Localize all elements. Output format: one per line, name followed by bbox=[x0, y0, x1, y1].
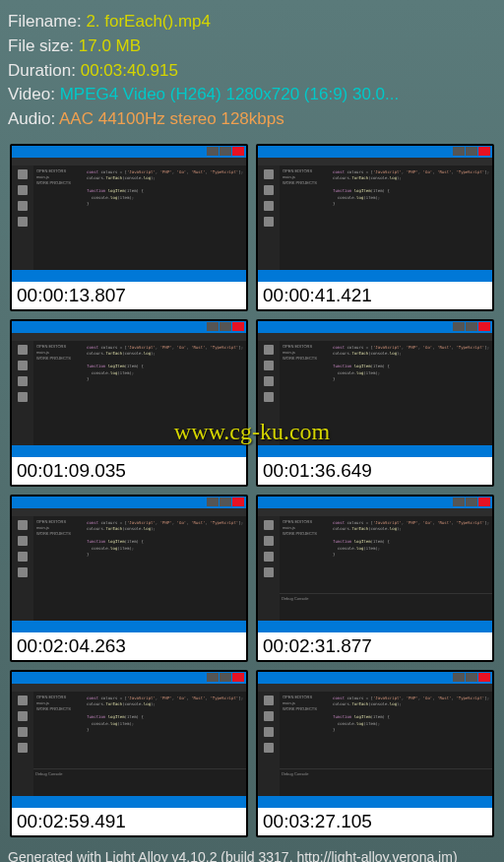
minimize-button[interactable] bbox=[207, 497, 219, 506]
close-button[interactable] bbox=[478, 322, 490, 331]
thumbnail-cell[interactable]: OPEN EDITORSmain.jsWORK PROJECTS const c… bbox=[256, 495, 494, 662]
status-bar[interactable] bbox=[12, 621, 246, 632]
close-button[interactable] bbox=[232, 322, 244, 331]
activity-bar[interactable] bbox=[258, 516, 280, 621]
explorer-icon[interactable] bbox=[264, 520, 274, 530]
menubar[interactable] bbox=[258, 508, 492, 516]
explorer-icon[interactable] bbox=[18, 520, 28, 530]
menubar[interactable] bbox=[258, 684, 492, 692]
search-icon[interactable] bbox=[264, 361, 274, 370]
file-sidebar[interactable]: OPEN EDITORSmain.jsWORK PROJECTS bbox=[280, 166, 329, 270]
maximize-button[interactable] bbox=[466, 497, 477, 506]
status-bar[interactable] bbox=[12, 270, 246, 282]
status-bar[interactable] bbox=[258, 445, 492, 457]
debug-icon[interactable] bbox=[18, 217, 28, 227]
terminal-panel[interactable]: Debug Console bbox=[280, 768, 492, 796]
code-editor[interactable]: const colours = ['JavaScript', 'PHP', 'G… bbox=[83, 166, 246, 270]
file-sidebar[interactable]: OPEN EDITORSmain.jsWORK PROJECTS bbox=[33, 516, 83, 621]
activity-bar[interactable] bbox=[258, 341, 280, 445]
status-bar[interactable] bbox=[12, 445, 246, 457]
menubar[interactable] bbox=[12, 333, 246, 341]
thumbnail-cell[interactable]: OPEN EDITORSmain.jsWORK PROJECTS const c… bbox=[256, 319, 494, 487]
minimize-button[interactable] bbox=[207, 673, 219, 682]
maximize-button[interactable] bbox=[466, 147, 477, 156]
close-button[interactable] bbox=[232, 673, 244, 682]
minimize-button[interactable] bbox=[453, 322, 465, 331]
thumbnail-cell[interactable]: OPEN EDITORSmain.jsWORK PROJECTS const c… bbox=[10, 495, 248, 662]
search-icon[interactable] bbox=[18, 185, 28, 195]
search-icon[interactable] bbox=[18, 711, 28, 721]
minimize-button[interactable] bbox=[207, 322, 219, 331]
minimize-button[interactable] bbox=[453, 497, 465, 506]
explorer-icon[interactable] bbox=[18, 345, 28, 355]
close-button[interactable] bbox=[232, 147, 244, 156]
close-button[interactable] bbox=[478, 497, 490, 506]
debug-icon[interactable] bbox=[18, 743, 28, 753]
thumbnail-cell[interactable]: OPEN EDITORSmain.jsWORK PROJECTS const c… bbox=[10, 670, 248, 837]
thumbnail-cell[interactable]: OPEN EDITORSmain.jsWORK PROJECTS const c… bbox=[256, 670, 494, 837]
terminal-panel[interactable]: Debug Console bbox=[33, 768, 246, 796]
menubar[interactable] bbox=[12, 684, 246, 692]
debug-icon[interactable] bbox=[18, 567, 28, 577]
terminal-panel[interactable]: Debug Console bbox=[280, 593, 492, 621]
debug-icon[interactable] bbox=[264, 743, 274, 753]
git-icon[interactable] bbox=[18, 727, 28, 737]
git-icon[interactable] bbox=[264, 727, 274, 737]
minimize-button[interactable] bbox=[207, 147, 219, 156]
search-icon[interactable] bbox=[264, 711, 274, 721]
thumbnail-cell[interactable]: OPEN EDITORSmain.jsWORK PROJECTS const c… bbox=[256, 144, 494, 311]
debug-icon[interactable] bbox=[264, 567, 274, 577]
explorer-icon[interactable] bbox=[264, 345, 274, 355]
minimize-button[interactable] bbox=[453, 147, 465, 156]
status-bar[interactable] bbox=[12, 796, 246, 808]
explorer-icon[interactable] bbox=[264, 696, 274, 705]
file-sidebar[interactable]: OPEN EDITORSmain.jsWORK PROJECTS bbox=[33, 341, 83, 445]
git-icon[interactable] bbox=[18, 201, 28, 211]
activity-bar[interactable] bbox=[12, 516, 33, 621]
search-icon[interactable] bbox=[18, 361, 28, 370]
menubar[interactable] bbox=[258, 158, 492, 166]
maximize-button[interactable] bbox=[220, 497, 231, 506]
explorer-icon[interactable] bbox=[18, 696, 28, 705]
search-icon[interactable] bbox=[264, 536, 274, 546]
explorer-icon[interactable] bbox=[264, 169, 274, 179]
maximize-button[interactable] bbox=[466, 673, 477, 682]
status-bar[interactable] bbox=[258, 796, 492, 808]
debug-icon[interactable] bbox=[264, 217, 274, 227]
git-icon[interactable] bbox=[18, 376, 28, 386]
git-icon[interactable] bbox=[264, 552, 274, 562]
maximize-button[interactable] bbox=[466, 322, 477, 331]
file-sidebar[interactable]: OPEN EDITORSmain.jsWORK PROJECTS bbox=[280, 341, 329, 445]
thumbnail-cell[interactable]: OPEN EDITORSmain.jsWORK PROJECTS const c… bbox=[10, 319, 248, 487]
status-bar[interactable] bbox=[258, 270, 492, 282]
activity-bar[interactable] bbox=[12, 692, 33, 796]
activity-bar[interactable] bbox=[258, 166, 280, 270]
code-editor[interactable]: const colours = ['JavaScript', 'PHP', 'G… bbox=[329, 166, 492, 270]
search-icon[interactable] bbox=[18, 536, 28, 546]
code-editor[interactable]: const colours = ['JavaScript', 'PHP', 'G… bbox=[329, 341, 492, 445]
git-icon[interactable] bbox=[18, 552, 28, 562]
close-button[interactable] bbox=[232, 497, 244, 506]
minimize-button[interactable] bbox=[453, 673, 465, 682]
debug-icon[interactable] bbox=[264, 392, 274, 402]
maximize-button[interactable] bbox=[220, 322, 231, 331]
menubar[interactable] bbox=[12, 158, 246, 166]
close-button[interactable] bbox=[478, 147, 490, 156]
maximize-button[interactable] bbox=[220, 673, 231, 682]
activity-bar[interactable] bbox=[258, 692, 280, 796]
status-bar[interactable] bbox=[258, 621, 492, 632]
activity-bar[interactable] bbox=[12, 341, 33, 445]
file-sidebar[interactable]: OPEN EDITORSmain.jsWORK PROJECTS bbox=[33, 166, 83, 270]
git-icon[interactable] bbox=[264, 201, 274, 211]
menubar[interactable] bbox=[12, 508, 246, 516]
close-button[interactable] bbox=[478, 673, 490, 682]
code-editor[interactable]: const colours = ['JavaScript', 'PHP', 'G… bbox=[83, 516, 246, 621]
maximize-button[interactable] bbox=[220, 147, 231, 156]
debug-icon[interactable] bbox=[18, 392, 28, 402]
explorer-icon[interactable] bbox=[18, 169, 28, 179]
search-icon[interactable] bbox=[264, 185, 274, 195]
activity-bar[interactable] bbox=[12, 166, 33, 270]
code-editor[interactable]: const colours = ['JavaScript', 'PHP', 'G… bbox=[83, 341, 246, 445]
thumbnail-cell[interactable]: OPEN EDITORSmain.jsWORK PROJECTS const c… bbox=[10, 144, 248, 311]
git-icon[interactable] bbox=[264, 376, 274, 386]
